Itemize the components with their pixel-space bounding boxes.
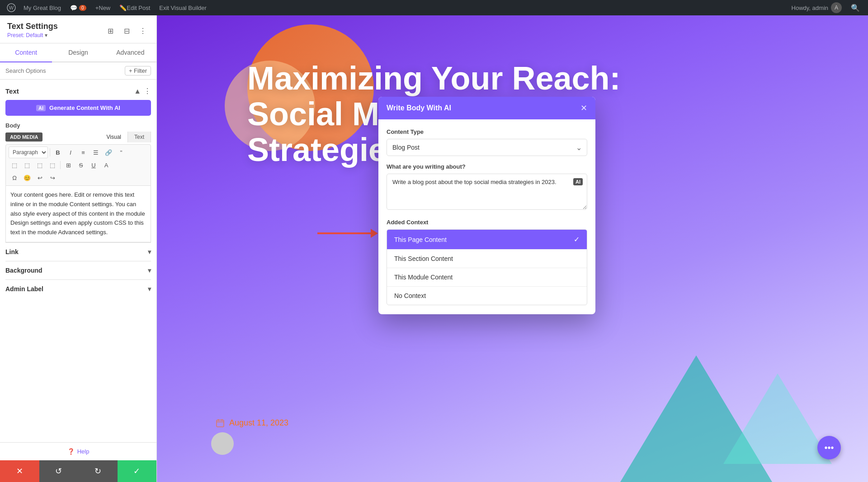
wp-logo-icon[interactable]: W — [5, 1, 18, 14]
writing-about-label: What are you writing about? — [387, 163, 587, 170]
tab-content[interactable]: Content — [0, 43, 52, 62]
help-link[interactable]: ❓ Help — [0, 442, 156, 460]
panel-controls: ⊞ ⊟ ⋮ — [100, 23, 153, 39]
tab-design[interactable]: Design — [52, 43, 104, 62]
admin-label-section[interactable]: Admin Label ▾ — [5, 279, 151, 298]
content-type-select[interactable]: Blog Post — [387, 139, 587, 156]
link-chevron-icon: ▾ — [148, 248, 151, 255]
author-avatar — [211, 432, 234, 455]
context-option-page[interactable]: This Page Content ✓ — [387, 230, 587, 250]
sidebar-content-area: Text ▲ ⋮ AI Generate Content With AI Bod… — [0, 80, 156, 442]
align-left-button[interactable]: ⬚ — [9, 159, 20, 171]
writing-about-input[interactable]: Write a blog post about the top social m… — [387, 174, 587, 210]
content-type-wrapper: Blog Post — [387, 139, 587, 156]
svg-rect-2 — [217, 420, 224, 427]
redo-editor-button[interactable]: ↪ — [47, 172, 58, 184]
comments-link[interactable]: 💬 0 — [66, 0, 90, 15]
paragraph-select[interactable]: Paragraph — [9, 146, 48, 158]
underline-button[interactable]: U — [88, 159, 99, 171]
section-controls: ▲ ⋮ — [134, 87, 151, 95]
textarea-ai-icon: AI — [573, 178, 583, 185]
add-media-button[interactable]: ADD MEDIA — [5, 132, 42, 142]
content-type-label: Content Type — [387, 128, 587, 135]
editor-content-area[interactable]: Your content goes here. Edit or remove t… — [5, 186, 151, 242]
search-input[interactable] — [5, 67, 121, 74]
ai-badge: AI — [36, 105, 46, 111]
decorative-triangle-2 — [723, 373, 832, 464]
italic-button[interactable]: I — [65, 146, 76, 158]
background-section[interactable]: Background ▾ — [5, 261, 151, 279]
background-chevron-icon: ▾ — [148, 267, 151, 274]
link-section[interactable]: Link ▾ — [5, 242, 151, 261]
justify-button[interactable]: ⬚ — [47, 159, 58, 171]
admin-bar: W My Great Blog 💬 0 + New ✏️ Edit Post E… — [0, 0, 868, 15]
context-option-section[interactable]: This Section Content — [387, 250, 587, 268]
tab-advanced[interactable]: Advanced — [104, 43, 156, 62]
modal-header: Write Body With AI ✕ — [378, 97, 595, 119]
fab-button[interactable]: ••• — [817, 436, 841, 459]
filter-button[interactable]: + Filter — [125, 66, 151, 76]
post-date: August 11, 2023 — [216, 418, 288, 428]
columns-icon[interactable]: ⊟ — [120, 24, 133, 37]
edit-post-link[interactable]: ✏️ Edit Post — [116, 0, 154, 15]
page-preview: Maximizing Your Reach:Social MediaStrate… — [157, 15, 868, 482]
special-char-button[interactable]: Ω — [9, 172, 20, 184]
user-avatar: A — [831, 2, 842, 13]
howdy-text: Howdy, admin A — [788, 2, 845, 13]
body-label: Body — [5, 122, 151, 129]
write-body-modal: Write Body With AI ✕ Content Type Blog P… — [378, 97, 595, 314]
text-section-title: Text — [5, 87, 19, 95]
settings-icon[interactable]: ⊞ — [104, 24, 117, 37]
context-option-none[interactable]: No Context — [387, 287, 587, 305]
modal-body: Content Type Blog Post What are you writ… — [378, 119, 595, 314]
search-bar: + Filter — [0, 62, 156, 80]
added-context-label: Added Context — [387, 219, 587, 226]
modal-close-button[interactable]: ✕ — [580, 103, 587, 113]
blockquote-button[interactable]: " — [115, 146, 127, 158]
link-button[interactable]: 🔗 — [103, 146, 114, 158]
generate-ai-button[interactable]: AI Generate Content With AI — [5, 100, 151, 116]
undo-button[interactable]: ↺ — [39, 460, 79, 482]
bold-button[interactable]: B — [52, 146, 64, 158]
search-icon[interactable]: 🔍 — [847, 4, 863, 12]
align-center-button[interactable]: ⬚ — [21, 159, 33, 171]
writing-about-wrapper: Write a blog post about the top social m… — [387, 174, 587, 212]
check-icon: ✓ — [574, 235, 580, 244]
action-bar: ✕ ↺ ↻ ✓ — [0, 460, 156, 482]
site-name-link[interactable]: My Great Blog — [20, 0, 65, 15]
new-post-link[interactable]: + New — [92, 0, 114, 15]
arrow-body — [317, 232, 372, 234]
emoji-button[interactable]: 😊 — [21, 172, 33, 184]
body-editor: ADD MEDIA Visual Text Paragraph B I ≡ ☰ — [5, 132, 151, 242]
visual-tab[interactable]: Visual — [100, 132, 128, 142]
settings-tabs: Content Design Advanced — [0, 43, 156, 62]
redo-button[interactable]: ↻ — [78, 460, 118, 482]
unordered-list-button[interactable]: ≡ — [77, 146, 89, 158]
section-collapse-icon[interactable]: ▲ — [134, 87, 141, 95]
text-color-button[interactable]: A — [100, 159, 112, 171]
modal-title: Write Body With AI — [387, 104, 451, 112]
help-icon: ❓ — [67, 448, 75, 455]
exit-builder-link[interactable]: Exit Visual Builder — [156, 0, 210, 15]
context-option-module[interactable]: This Module Content — [387, 268, 587, 287]
context-dropdown-list: This Page Content ✓ This Section Content… — [387, 229, 587, 305]
svg-text:W: W — [9, 5, 14, 10]
more-options-icon[interactable]: ⋮ — [137, 24, 149, 37]
save-button[interactable]: ✓ — [118, 460, 157, 482]
align-right-button[interactable]: ⬚ — [34, 159, 46, 171]
text-section-header: Text ▲ ⋮ — [5, 87, 151, 95]
ordered-list-button[interactable]: ☰ — [90, 146, 102, 158]
text-tab[interactable]: Text — [128, 132, 151, 142]
settings-panel: Text Settings Preset: Default ▾ ⊞ ⊟ ⋮ Co… — [0, 15, 157, 482]
formatting-toolbar: Paragraph B I ≡ ☰ 🔗 " ⬚ ⬚ ⬚ ⬚ — [5, 144, 151, 186]
table-button[interactable]: ⊞ — [62, 159, 74, 171]
section-menu-icon[interactable]: ⋮ — [144, 87, 151, 95]
arrow-indicator — [317, 232, 372, 234]
strikethrough-button[interactable]: S — [75, 159, 87, 171]
admin-label-chevron-icon: ▾ — [148, 285, 151, 293]
cancel-button[interactable]: ✕ — [0, 460, 39, 482]
undo-editor-button[interactable]: ↩ — [34, 172, 46, 184]
